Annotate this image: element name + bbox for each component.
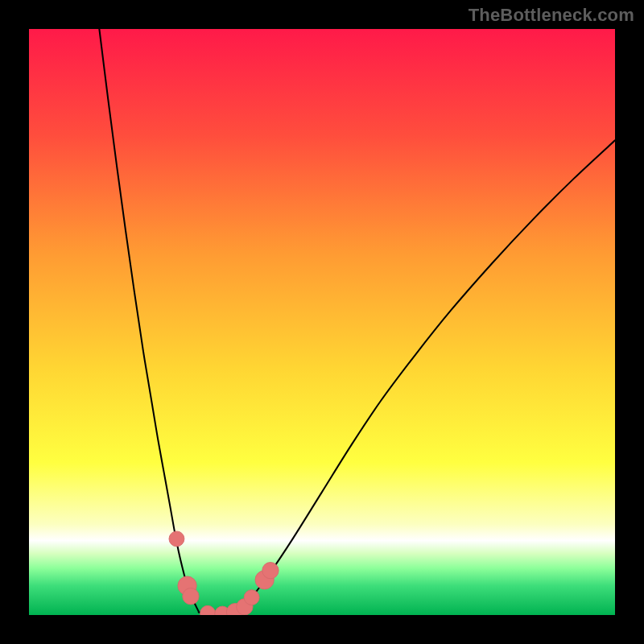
curve-marker [200, 605, 216, 615]
curve-marker [169, 531, 184, 547]
watermark-text: TheBottleneck.com [469, 5, 634, 26]
plot-area [29, 29, 615, 615]
curve-marker [183, 588, 199, 605]
curve-markers [169, 531, 279, 615]
bottleneck-curve [29, 29, 615, 615]
curve-marker [262, 562, 279, 578]
curve-marker [244, 590, 259, 605]
curve-path [99, 29, 615, 614]
chart-frame: TheBottleneck.com [0, 0, 644, 644]
